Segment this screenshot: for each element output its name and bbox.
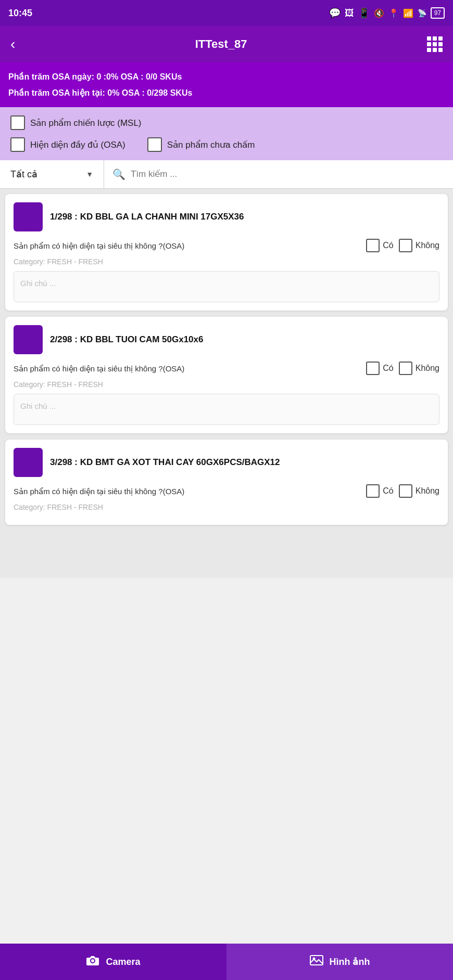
osa-no-label-3: Không xyxy=(416,486,439,496)
camera-icon xyxy=(86,955,99,969)
product-category-2: Category: FRESH - FRESH xyxy=(14,380,439,389)
product-question-1: Sản phẩm có hiện diện tại siêu thị không… xyxy=(14,240,361,251)
svg-point-0 xyxy=(97,959,98,960)
product-category-1: Category: FRESH - FRESH xyxy=(14,257,439,266)
product-header-2: 2/298 : KD BBL TUOI CAM 50Gx10x6 xyxy=(14,325,439,354)
mute-icon: 🔇 xyxy=(374,8,384,18)
product-card-3: 3/298 : KD BMT GA XOT THAI CAY 60GX6PCS/… xyxy=(5,440,448,525)
msl-checkbox-container[interactable]: Sản phẩm chiến lược (MSL) xyxy=(10,115,142,130)
wifi-icon: 📶 xyxy=(403,8,413,18)
osa-no-label-2: Không xyxy=(416,364,439,373)
osa-options-1: Có Không xyxy=(366,239,439,252)
not-checked-checkbox-container[interactable]: Sản phẩm chưa chấm xyxy=(147,137,255,152)
product-category-3: Category: FRESH - FRESH xyxy=(14,503,439,511)
product-color-box-3 xyxy=(14,448,43,477)
status-bar: 10:45 💬 🖼 📱 🔇 📍 📶 📡 97 xyxy=(0,0,453,26)
osa-checkbox[interactable] xyxy=(10,137,25,152)
product-card-1: 1/298 : KD BBL GA LA CHANH MINI 17GX5X36… xyxy=(5,194,448,311)
battery-indicator: 97 xyxy=(431,7,445,19)
location-icon: 📍 xyxy=(388,8,399,18)
messenger-icon: 💬 xyxy=(329,7,341,19)
osa-no-option-1[interactable]: Không xyxy=(399,239,439,252)
camera-label: Camera xyxy=(106,957,140,968)
osa-filter-row: Hiện diện đầy đủ (OSA) Sản phẩm chưa chấ… xyxy=(10,137,443,152)
search-input[interactable] xyxy=(131,169,445,179)
photo-icon: 🖼 xyxy=(345,8,354,19)
osa-no-checkbox-2[interactable] xyxy=(399,362,412,375)
product-color-box-2 xyxy=(14,325,43,354)
header: ‹ ITTest_87 xyxy=(0,26,453,62)
osa-yes-label-3: Có xyxy=(383,486,393,496)
product-note-1[interactable]: Ghi chú ... xyxy=(14,271,439,302)
product-title-3: 3/298 : KD BMT GA XOT THAI CAY 60GX6PCS/… xyxy=(50,457,280,468)
dropdown-arrow-icon: ▼ xyxy=(86,170,93,178)
status-time: 10:45 xyxy=(8,8,32,19)
osa-no-option-3[interactable]: Không xyxy=(399,484,439,498)
page-title: ITTest_87 xyxy=(195,37,247,51)
osa-options-2: Có Không xyxy=(366,362,439,375)
product-question-3: Sản phẩm có hiện diện tại siêu thị không… xyxy=(14,486,361,497)
osa-yes-checkbox-1[interactable] xyxy=(366,239,380,252)
osa-yes-option-2[interactable]: Có xyxy=(366,362,393,375)
msl-checkbox[interactable] xyxy=(10,115,25,130)
osa-yes-option-1[interactable]: Có xyxy=(366,239,393,252)
product-color-box-1 xyxy=(14,202,43,231)
osa-no-checkbox-3[interactable] xyxy=(399,484,412,498)
product-question-2: Sản phẩm có hiện diện tại siêu thị không… xyxy=(14,363,361,374)
osa-no-option-2[interactable]: Không xyxy=(399,362,439,375)
product-note-placeholder-2: Ghi chú ... xyxy=(20,402,56,410)
not-checked-label: Sản phẩm chưa chấm xyxy=(167,139,255,150)
search-bar: Tất cả ▼ 🔍 xyxy=(0,160,453,189)
osa-yes-checkbox-2[interactable] xyxy=(366,362,380,375)
status-icons: 💬 🖼 📱 🔇 📍 📶 📡 97 xyxy=(329,7,445,19)
product-osa-row-1: Sản phẩm có hiện diện tại siêu thị không… xyxy=(14,239,439,252)
dropdown-value: Tất cả xyxy=(10,169,37,180)
osa-label: Hiện diện đầy đủ (OSA) xyxy=(30,139,125,150)
osa-daily-row: Phần trăm OSA ngày: 0 :0% OSA : 0/0 SKUs xyxy=(8,69,445,85)
app-icon: 📱 xyxy=(358,7,370,19)
grid-menu-button[interactable] xyxy=(427,36,443,52)
bottom-bar: Camera Hình ảnh xyxy=(0,944,453,980)
back-button[interactable]: ‹ xyxy=(10,36,15,53)
osa-options-3: Có Không xyxy=(366,484,439,498)
category-dropdown[interactable]: Tất cả ▼ xyxy=(0,160,104,188)
image-button[interactable]: Hình ảnh xyxy=(227,944,453,980)
product-title-1: 1/298 : KD BBL GA LA CHANH MINI 17GX5X36 xyxy=(50,211,244,223)
msl-label: Sản phẩm chiến lược (MSL) xyxy=(30,118,142,128)
product-note-placeholder-1: Ghi chú ... xyxy=(20,279,56,288)
osa-no-checkbox-1[interactable] xyxy=(399,239,412,252)
osa-info-bar: Phần trăm OSA ngày: 0 :0% OSA : 0/0 SKUs… xyxy=(0,62,453,107)
product-title-2: 2/298 : KD BBL TUOI CAM 50Gx10x6 xyxy=(50,334,203,345)
osa-current-row: Phần trăm OSA hiện tại: 0% OSA : 0/298 S… xyxy=(8,85,445,101)
filter-section: Sản phẩm chiến lược (MSL) Hiện diện đầy … xyxy=(0,107,453,160)
image-icon xyxy=(310,955,323,969)
camera-button[interactable]: Camera xyxy=(0,944,227,980)
product-list: 1/298 : KD BBL GA LA CHANH MINI 17GX5X36… xyxy=(0,189,453,578)
msl-filter-row: Sản phẩm chiến lược (MSL) xyxy=(10,115,443,130)
product-osa-row-2: Sản phẩm có hiện diện tại siêu thị không… xyxy=(14,362,439,375)
osa-no-label-1: Không xyxy=(416,241,439,250)
search-icon: 🔍 xyxy=(112,168,125,180)
signal-icon: 📡 xyxy=(418,9,426,17)
product-osa-row-3: Sản phẩm có hiện diện tại siêu thị không… xyxy=(14,484,439,498)
image-label: Hình ảnh xyxy=(330,956,370,968)
product-note-2[interactable]: Ghi chú ... xyxy=(14,394,439,425)
osa-yes-label-2: Có xyxy=(383,364,393,373)
osa-yes-option-3[interactable]: Có xyxy=(366,484,393,498)
product-header-1: 1/298 : KD BBL GA LA CHANH MINI 17GX5X36 xyxy=(14,202,439,231)
product-header-3: 3/298 : KD BMT GA XOT THAI CAY 60GX6PCS/… xyxy=(14,448,439,477)
osa-yes-checkbox-3[interactable] xyxy=(366,484,380,498)
product-card-2: 2/298 : KD BBL TUOI CAM 50Gx10x6 Sản phẩ… xyxy=(5,317,448,433)
osa-yes-label-1: Có xyxy=(383,241,393,250)
search-input-wrap: 🔍 xyxy=(104,160,453,188)
not-checked-checkbox[interactable] xyxy=(147,137,162,152)
osa-checkbox-container[interactable]: Hiện diện đầy đủ (OSA) xyxy=(10,137,125,152)
